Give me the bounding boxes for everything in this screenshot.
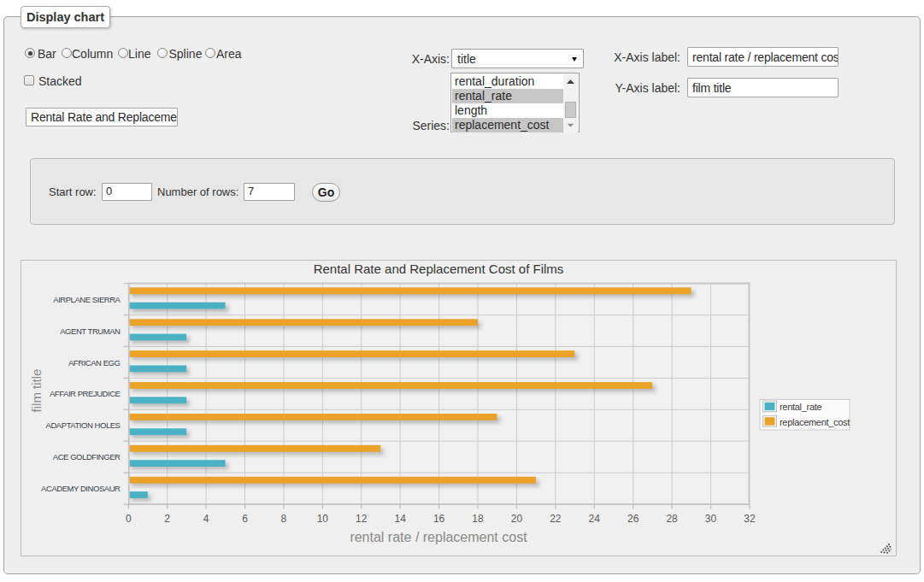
svg-text:ACADEMY DINOSAUR: ACADEMY DINOSAUR [41,484,121,493]
svg-text:4: 4 [203,513,209,525]
svg-text:replacement_cost: replacement_cost [780,417,850,427]
svg-text:16: 16 [433,513,445,525]
svg-text:8: 8 [281,513,287,525]
svg-text:AFFAIR PREJUDICE: AFFAIR PREJUDICE [50,389,121,398]
svg-text:0: 0 [126,513,132,525]
svg-text:rental_rate: rental_rate [780,402,821,412]
svg-text:rental rate / replacement cost: rental rate / replacement cost [350,530,527,544]
svg-text:10: 10 [317,513,329,525]
svg-text:28: 28 [666,513,678,525]
svg-text:20: 20 [511,513,523,525]
svg-text:24: 24 [589,513,601,525]
svg-text:26: 26 [627,513,639,525]
svg-text:AGENT TRUMAN: AGENT TRUMAN [60,326,121,336]
svg-text:14: 14 [395,513,407,525]
svg-text:ADAPTATION HOLES: ADAPTATION HOLES [46,420,121,430]
svg-text:18: 18 [472,513,484,525]
svg-text:ACE GOLDFINGER: ACE GOLDFINGER [53,452,121,461]
svg-text:film title: film title [29,369,44,413]
svg-text:2: 2 [164,513,170,525]
svg-text:AIRPLANE SIERRA: AIRPLANE SIERRA [53,295,121,304]
svg-text:6: 6 [242,513,248,525]
svg-text:AFRICAN EGG: AFRICAN EGG [68,358,121,367]
svg-text:12: 12 [356,513,368,525]
svg-text:22: 22 [550,513,562,525]
svg-text:Rental Rate and Replacement Co: Rental Rate and Replacement Cost of Film… [314,262,564,276]
svg-text:30: 30 [705,513,717,525]
svg-text:32: 32 [744,513,756,525]
